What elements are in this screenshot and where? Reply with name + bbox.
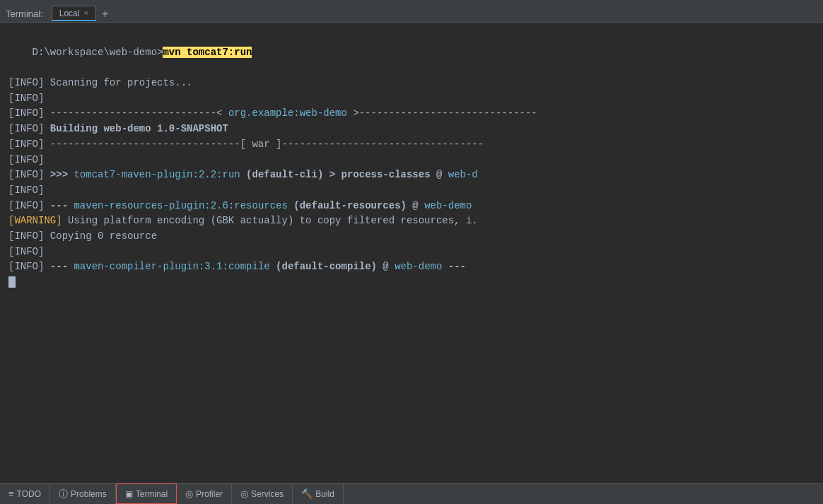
terminal-line-4: [INFO] Building web-demo 1.0-SNAPSHOT — [8, 122, 815, 137]
terminal-line-9: [INFO] --- maven-resources-plugin:2.6:re… — [8, 199, 815, 214]
services-icon: ◎ — [240, 488, 248, 499]
statusbar-item-services[interactable]: ◎ Services — [232, 484, 293, 504]
todo-label: TODO — [17, 489, 41, 499]
terminal-status-label: Terminal — [136, 489, 168, 499]
tab-local[interactable]: Local × — [52, 6, 96, 22]
terminal-label: Terminal: — [0, 6, 49, 22]
statusbar-item-problems[interactable]: ⓘ Problems — [50, 484, 116, 504]
tab-add-button[interactable]: + — [96, 6, 114, 22]
terminal-line-6: [INFO] — [8, 153, 815, 168]
profiler-label: Profiler — [196, 489, 223, 499]
terminal-line-3: [INFO] ----------------------------< org… — [8, 106, 815, 122]
statusbar-item-todo[interactable]: ≡ TODO — [0, 484, 50, 504]
terminal-line-7: [INFO] >>> tomcat7-maven-plugin:2.2:run … — [8, 168, 815, 183]
terminal-cursor — [8, 276, 16, 288]
terminal-icon: ▣ — [125, 489, 133, 499]
build-label: Build — [315, 489, 334, 499]
terminal-output: D:\workspace\web-demo>mvn tomcat7:run [I… — [0, 23, 823, 483]
problems-label: Problems — [71, 489, 107, 499]
terminal-line-8: [INFO] — [8, 183, 815, 199]
terminal-line-1: [INFO] Scanning for projects... — [8, 76, 815, 91]
terminal-line-cmd: D:\workspace\web-demo>mvn tomcat7:run — [8, 30, 815, 76]
terminal-line-5: [INFO] --------------------------------[… — [8, 137, 815, 153]
tab-close-icon[interactable]: × — [83, 9, 88, 18]
statusbar-item-build[interactable]: 🔨 Build — [293, 484, 344, 504]
todo-icon: ≡ — [8, 488, 14, 499]
terminal-line-2: [INFO] — [8, 91, 815, 107]
terminal-line-11: [INFO] Copying 0 resource — [8, 229, 815, 245]
cmd-prompt: D:\workspace\web-demo> — [33, 47, 163, 58]
status-bar: ≡ TODO ⓘ Problems ▣ Terminal ◎ Profiler … — [0, 483, 823, 504]
terminal-line-10: [WARNING] Using platform encoding (GBK a… — [8, 213, 815, 229]
cmd-text: mvn tomcat7:run — [163, 47, 252, 58]
terminal-cursor-line — [8, 275, 815, 291]
statusbar-item-terminal[interactable]: ▣ Terminal — [116, 484, 177, 504]
problems-icon: ⓘ — [59, 488, 68, 500]
tab-local-label: Local — [59, 8, 80, 18]
terminal-line-12: [INFO] — [8, 245, 815, 260]
services-label: Services — [251, 489, 284, 499]
build-icon: 🔨 — [301, 488, 313, 499]
profiler-icon: ◎ — [185, 488, 193, 499]
terminal-line-13: [INFO] --- maven-compiler-plugin:3.1:com… — [8, 259, 815, 275]
statusbar-item-profiler[interactable]: ◎ Profiler — [177, 484, 232, 504]
tab-bar: Terminal: Local × + — [0, 0, 823, 23]
